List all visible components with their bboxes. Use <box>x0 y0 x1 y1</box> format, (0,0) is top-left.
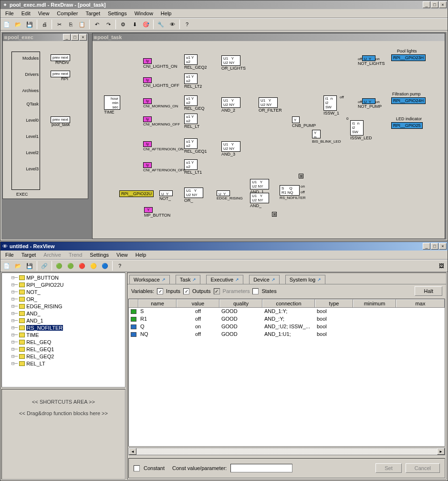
tree-item[interactable]: ⊟─REL_GEQ2 <box>3 353 124 360</box>
tree-item[interactable]: ⊟─NOT_ <box>3 288 124 295</box>
save-icon[interactable]: 💾 <box>24 19 35 30</box>
menu-compiler[interactable]: Compiler <box>53 10 82 17</box>
not-block[interactable]: U Y <box>362 98 375 104</box>
close-button[interactable]: × <box>439 243 447 250</box>
tab-workspace[interactable]: Workspace↗ <box>129 275 170 284</box>
bis-block[interactable]: Yis <box>312 130 321 138</box>
tree-item[interactable]: ⊟─REL_LT <box>3 360 124 367</box>
inputs-checkbox[interactable] <box>157 288 163 294</box>
copy-icon[interactable]: ⎘ <box>65 19 76 30</box>
table-row[interactable]: R1offGOODAND_:Y;bool <box>129 315 445 323</box>
rs-block[interactable]: S QR1 NQ <box>280 185 300 196</box>
or-block[interactable]: U1 YU2 NY <box>221 55 240 66</box>
parameters-checkbox[interactable] <box>214 288 220 294</box>
h-scrollbar[interactable]: ◄ ► <box>128 448 445 455</box>
tree-item[interactable]: ⊟─RS_NOFILTER <box>3 324 124 331</box>
outputs-checkbox[interactable] <box>183 288 189 294</box>
menu-settings[interactable]: Settings <box>104 10 131 17</box>
tree-item[interactable]: ⊟─REL_GEQ <box>3 338 124 345</box>
and-block[interactable]: U1 YU2 NY <box>221 97 240 108</box>
cnb-block[interactable]: Y <box>292 116 300 123</box>
and-block[interactable]: U1 YU2 NY <box>250 179 269 189</box>
tree-item[interactable]: ⊟─RPI__GPIO22U <box>3 281 124 288</box>
new-icon[interactable]: 📄 <box>1 261 12 271</box>
rpi-gpio24h[interactable]: RPI__GPIO24H <box>391 98 426 103</box>
tree-item[interactable]: ⊟─AND_1 <box>3 317 124 324</box>
shortcuts-area[interactable]: << SHORTCUTS AREA >> << Drag&drop functi… <box>1 389 125 480</box>
close-button[interactable]: × <box>439 1 447 8</box>
target1-icon[interactable]: 🟢 <box>54 261 64 271</box>
issw-block[interactable]: i1 ni2SW <box>350 120 364 136</box>
or-block[interactable]: U1 YU2 NY <box>259 97 278 108</box>
save-icon[interactable]: 💾 <box>24 261 35 271</box>
and-block[interactable]: U1 YU2 NY <box>250 193 269 203</box>
target4-icon[interactable]: 🟡 <box>88 261 99 271</box>
menu-help[interactable]: Help <box>157 10 176 17</box>
menu-archive[interactable]: Archive <box>40 251 65 259</box>
cni-block[interactable]: iy <box>143 58 152 64</box>
menu-file[interactable]: File <box>1 251 18 259</box>
tab-task[interactable]: Task↗ <box>176 275 201 284</box>
block-tree[interactable]: ⊟─MP_BUTTON⊟─RPI__GPIO22U⊟─NOT_⊟─OR_⊟─ED… <box>1 272 125 387</box>
tool-icon[interactable]: 🔧 <box>156 19 166 30</box>
tab-systemlog[interactable]: System log↗ <box>285 275 325 284</box>
or-block[interactable]: U1 YU2 NY <box>184 188 203 198</box>
constant-checkbox[interactable] <box>134 465 140 471</box>
tree-item[interactable]: ⊟─MP_BUTTON <box>3 274 124 281</box>
rpi-gpio23h[interactable]: RPI__GPIO23H <box>391 55 426 60</box>
states-checkbox[interactable] <box>252 288 259 294</box>
variable-grid[interactable]: name value quality connection type minim… <box>128 299 445 447</box>
open-icon[interactable]: 📂 <box>13 261 23 271</box>
not-block[interactable]: U Y <box>362 55 375 61</box>
rexview-titlebar[interactable]: 👁 untitled - RexView _ □ × <box>0 242 448 251</box>
target5-icon[interactable]: 🔵 <box>100 261 110 271</box>
cni-block[interactable]: iy <box>143 77 152 83</box>
maximize-button[interactable]: □ <box>431 243 438 250</box>
compile-icon[interactable]: ⚙ <box>118 19 128 30</box>
maximize-button[interactable]: □ <box>431 1 438 8</box>
menu-view[interactable]: View <box>113 251 132 259</box>
close-button[interactable]: × <box>79 34 87 41</box>
const-value-input[interactable] <box>230 464 292 472</box>
halt-button[interactable]: Halt <box>415 286 442 296</box>
menu-settings[interactable]: Settings <box>86 251 113 259</box>
table-row[interactable]: QonGOODAND_:U2; ISSW_...bool <box>129 323 445 331</box>
tree-item[interactable]: ⊟─AND_ <box>3 310 124 317</box>
col-type[interactable]: type <box>315 299 353 307</box>
redo-icon[interactable]: ↷ <box>103 19 114 30</box>
pool-exec-titlebar[interactable]: ▦ pool_exec _ □ × <box>3 33 88 41</box>
menu-edit[interactable]: Edit <box>18 10 34 17</box>
rel-block[interactable]: u1 Yu2 <box>184 54 198 65</box>
menu-target[interactable]: Target <box>18 251 40 259</box>
menu-window[interactable]: Window <box>131 10 157 17</box>
mp-block[interactable]: Y <box>144 207 153 213</box>
open-icon[interactable]: 📂 <box>13 19 23 30</box>
time-block[interactable]: hourminsec <box>104 95 120 110</box>
pool-exec-window[interactable]: ▦ pool_exec _ □ × Modules Drivers Archiv… <box>2 33 88 199</box>
new-icon[interactable]: 📄 <box>1 19 12 30</box>
maximize-button[interactable]: □ <box>71 34 79 41</box>
table-row[interactable]: SoffGOODAND_1:Y;bool <box>129 308 445 315</box>
scroll-left-icon[interactable]: ◄ <box>129 448 136 455</box>
col-value[interactable]: value <box>177 299 219 307</box>
pool-task-window[interactable]: ▦ pool_task iyCNI_LIGHTS_ON iyCNI_LIGHTS… <box>92 33 445 239</box>
monitor-icon[interactable]: 👁 <box>167 19 177 30</box>
scroll-right-icon[interactable]: ► <box>437 448 445 455</box>
undo-icon[interactable]: ↶ <box>92 19 102 30</box>
paste-icon[interactable]: 📋 <box>77 19 87 30</box>
exec-block[interactable]: Modules Drivers Archives QTask Level0 Le… <box>11 52 40 190</box>
set-button[interactable]: Set <box>375 463 402 473</box>
menu-trend[interactable]: Trend <box>65 251 86 259</box>
cut-icon[interactable]: ✂ <box>54 19 64 30</box>
menu-view[interactable]: View <box>34 10 53 17</box>
minimize-button[interactable]: _ <box>423 1 430 8</box>
target3-icon[interactable]: 🔴 <box>77 261 87 271</box>
col-quality[interactable]: quality <box>219 299 262 307</box>
cni-block[interactable]: iy <box>143 162 152 168</box>
rel-block[interactable]: u1 Yu2 <box>184 159 198 170</box>
help-icon[interactable]: ? <box>182 19 192 30</box>
exec-canvas[interactable]: Modules Drivers Archives QTask Level0 Le… <box>3 41 88 199</box>
table-row[interactable]: NQoffGOODAND_1:U1;bool <box>129 331 445 338</box>
edge-block[interactable]: U Y <box>217 190 230 196</box>
rel-block[interactable]: u1 Yu2 <box>184 114 198 124</box>
